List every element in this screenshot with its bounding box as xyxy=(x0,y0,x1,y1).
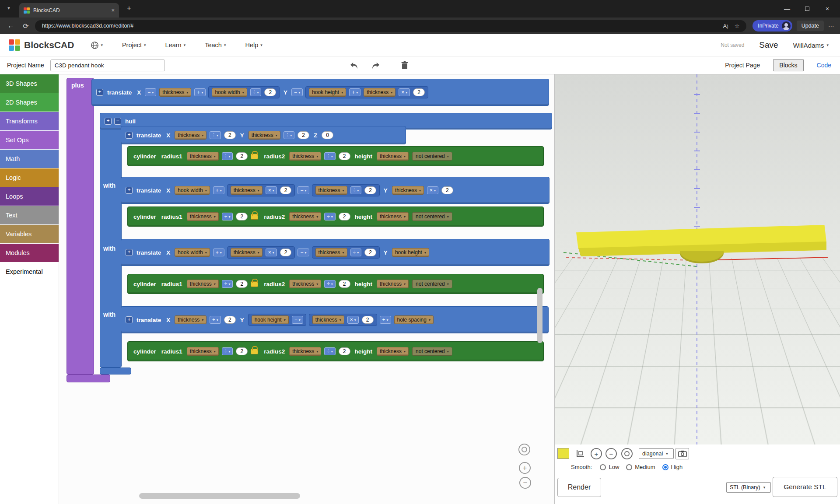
nested-expression[interactable]: thickness▾×▾2 xyxy=(309,314,377,326)
variable-chip[interactable]: thickness▾ xyxy=(231,248,262,257)
number-input[interactable]: 2 xyxy=(339,280,350,288)
smooth-radio-low[interactable]: Low xyxy=(600,464,619,470)
horizontal-scrollbar[interactable] xyxy=(139,493,300,499)
variable-chip[interactable]: hole spacing▾ xyxy=(394,315,434,324)
number-input[interactable]: 2 xyxy=(236,213,248,220)
operator-dropdown[interactable]: −▾ xyxy=(291,88,303,96)
block-cylinder-1[interactable]: cylinderradius1thickness▾÷▾2radius2thick… xyxy=(127,146,544,166)
variable-chip[interactable]: thickness▾ xyxy=(175,131,206,140)
operator-dropdown[interactable]: −▾ xyxy=(298,248,309,256)
collapse-icon[interactable]: − xyxy=(114,118,121,125)
number-input[interactable]: 2 xyxy=(413,88,425,96)
operator-dropdown[interactable]: ×▾ xyxy=(427,186,438,194)
sidebar-item-loops[interactable]: Loops xyxy=(0,187,59,206)
expand-icon[interactable]: + xyxy=(126,316,133,323)
code-view-toggle[interactable]: Code xyxy=(817,62,831,69)
block-cylinder-3[interactable]: cylinderradius1thickness▾÷▾2radius2thick… xyxy=(127,274,544,294)
window-close-button[interactable]: × xyxy=(817,0,837,18)
variable-chip[interactable]: thickness▾ xyxy=(289,347,321,356)
variable-chip[interactable]: thickness▾ xyxy=(315,248,347,257)
window-maximize-button[interactable] xyxy=(797,0,817,18)
user-menu[interactable]: WillAdams▾ xyxy=(793,42,829,49)
operator-dropdown[interactable]: +▾ xyxy=(194,88,206,96)
variable-chip[interactable]: hook height▾ xyxy=(309,88,346,97)
delete-trash-icon[interactable] xyxy=(401,61,409,70)
screenshot-camera-button[interactable] xyxy=(676,448,689,459)
variable-chip[interactable]: thickness▾ xyxy=(392,186,424,195)
number-input[interactable]: 2 xyxy=(280,248,292,256)
variable-chip[interactable]: hook width▾ xyxy=(175,186,210,195)
variable-chip[interactable]: thickness▾ xyxy=(289,280,321,288)
model-color-swatch[interactable] xyxy=(557,448,569,459)
expand-icon[interactable]: + xyxy=(96,89,103,96)
view-angle-select[interactable]: diagonal▾ xyxy=(639,448,674,459)
expand-icon[interactable]: + xyxy=(126,132,133,139)
block-cylinder-2[interactable]: cylinderradius1thickness▾÷▾2radius2thick… xyxy=(127,206,544,227)
smooth-radio-high[interactable]: High xyxy=(662,464,683,470)
variable-chip[interactable]: thickness▾ xyxy=(312,315,344,324)
zoom-out-button[interactable]: − xyxy=(519,477,531,489)
sidebar-item-modules[interactable]: Modules xyxy=(0,244,59,262)
operator-dropdown[interactable]: ÷▾ xyxy=(210,316,221,324)
variable-chip[interactable]: thickness▾ xyxy=(187,347,219,356)
block-translate-top[interactable]: +translateX−▾thickness▾+▾hook width▾÷▾2Y… xyxy=(91,79,549,106)
sidebar-item-logic[interactable]: Logic xyxy=(0,168,59,187)
number-input[interactable]: 2 xyxy=(236,152,248,160)
operator-dropdown[interactable]: +▾ xyxy=(213,186,224,194)
number-input[interactable]: 2 xyxy=(298,131,309,139)
number-input[interactable]: 2 xyxy=(441,186,453,194)
sidebar-item-transforms[interactable]: Transforms xyxy=(0,112,59,131)
variable-chip[interactable]: hook width▾ xyxy=(175,248,210,257)
zoom-reset-button[interactable] xyxy=(518,444,530,455)
variable-chip[interactable]: thickness▾ xyxy=(187,280,219,288)
smooth-radio-medium[interactable]: Medium xyxy=(626,464,655,470)
blockscad-logo[interactable]: BlocksCAD xyxy=(9,39,74,51)
render-button[interactable]: Render xyxy=(557,478,601,497)
operator-dropdown[interactable]: ÷▾ xyxy=(324,347,336,355)
radio-icon[interactable] xyxy=(626,464,632,470)
sidebar-item-3d-shapes[interactable]: 3D Shapes xyxy=(0,74,59,93)
operator-dropdown[interactable]: ×▾ xyxy=(266,186,277,194)
menu-help[interactable]: Help▾ xyxy=(245,42,262,49)
operator-dropdown[interactable]: ×▾ xyxy=(347,316,359,324)
operator-dropdown[interactable]: ×▾ xyxy=(266,248,277,256)
block-cylinder-4[interactable]: cylinderradius1thickness▾÷▾2radius2thick… xyxy=(127,341,544,361)
number-input[interactable]: 2 xyxy=(339,347,350,355)
variable-chip[interactable]: hook height▾ xyxy=(252,315,289,324)
project-page-button[interactable]: Project Page xyxy=(725,62,760,69)
number-input[interactable]: 2 xyxy=(236,347,248,355)
save-button[interactable]: Save xyxy=(759,40,778,50)
operator-dropdown[interactable]: −▾ xyxy=(292,316,303,324)
radio-icon[interactable] xyxy=(600,464,606,470)
operator-dropdown[interactable]: +▾ xyxy=(380,316,391,324)
viewport-zoom-in-button[interactable]: + xyxy=(591,448,602,459)
variable-chip[interactable]: thickness▾ xyxy=(315,186,347,195)
nested-expression[interactable]: thickness▾×▾2 xyxy=(227,246,295,259)
expand-icon[interactable]: + xyxy=(126,249,133,256)
variable-chip[interactable]: thickness▾ xyxy=(159,88,191,97)
url-input[interactable]: https://www.blockscad3d.com/editor/# A) … xyxy=(35,20,746,32)
centering-dropdown[interactable]: not centered▾ xyxy=(412,212,452,221)
sidebar-item-2d-shapes[interactable]: 2D Shapes xyxy=(0,93,59,112)
variable-chip[interactable]: hook height▾ xyxy=(392,248,429,257)
sidebar-item-math[interactable]: Math xyxy=(0,150,59,168)
operator-dropdown[interactable]: −▾ xyxy=(145,88,156,96)
tab-close-icon[interactable]: × xyxy=(111,7,115,14)
tab-search-icon[interactable]: ▾ xyxy=(4,5,14,11)
read-aloud-icon[interactable]: A) xyxy=(723,23,728,29)
sidebar-item-set-ops[interactable]: Set Ops xyxy=(0,131,59,150)
operator-dropdown[interactable]: +▾ xyxy=(349,88,360,96)
viewport-zoom-out-button[interactable]: − xyxy=(606,448,617,459)
variable-chip[interactable]: thickness▾ xyxy=(377,212,409,221)
generate-stl-button[interactable]: Generate STL xyxy=(773,477,837,497)
operator-dropdown[interactable]: ÷▾ xyxy=(250,88,262,96)
operator-dropdown[interactable]: ÷▾ xyxy=(324,213,336,220)
operator-dropdown[interactable]: ÷▾ xyxy=(324,280,336,288)
centering-dropdown[interactable]: not centered▾ xyxy=(412,280,452,288)
operator-dropdown[interactable]: ÷▾ xyxy=(350,186,362,194)
operator-dropdown[interactable]: ÷▾ xyxy=(222,280,233,288)
variable-chip[interactable]: thickness▾ xyxy=(187,152,219,161)
window-minimize-button[interactable]: — xyxy=(777,0,797,18)
operator-dropdown[interactable]: ÷▾ xyxy=(222,213,233,220)
operator-dropdown[interactable]: ×▾ xyxy=(399,88,410,96)
